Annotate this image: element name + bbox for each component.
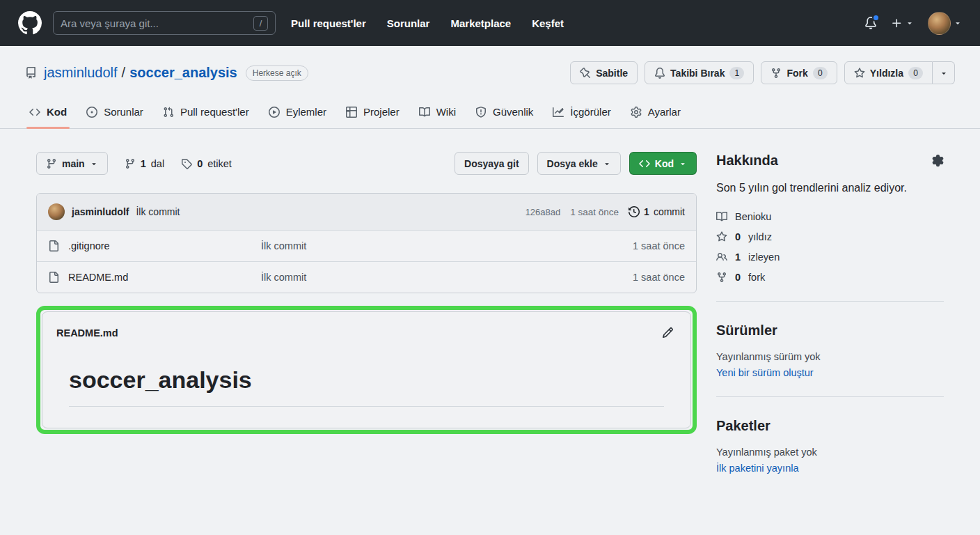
star-dropdown-button[interactable] bbox=[933, 61, 955, 84]
branch-count-label: dal bbox=[151, 158, 164, 169]
visibility-badge: Herkese açık bbox=[246, 65, 308, 81]
unread-notification-dot bbox=[872, 14, 880, 22]
tag-icon bbox=[181, 158, 192, 169]
branch-name: main bbox=[62, 158, 85, 169]
repo-owner-link[interactable]: jasminludolf bbox=[44, 65, 118, 80]
global-search[interactable]: / bbox=[53, 11, 276, 35]
latest-commit-bar: jasminludolf İlk commit 126a8ad 1 saat ö… bbox=[37, 194, 696, 230]
commit-meta: 126a8ad 1 saat önce 1 commit bbox=[525, 206, 685, 217]
publish-package-link[interactable]: İlk paketini yayınla bbox=[716, 463, 944, 474]
user-avatar bbox=[928, 12, 951, 35]
user-menu-button[interactable] bbox=[928, 12, 962, 35]
gear-icon bbox=[631, 107, 642, 118]
code-dropdown-button[interactable]: Kod bbox=[629, 152, 697, 175]
slash-shortcut-key: / bbox=[253, 16, 268, 31]
tags-link[interactable]: 0 etiket bbox=[181, 158, 232, 169]
table-icon bbox=[346, 107, 357, 118]
add-file-label: Dosya ekle bbox=[547, 158, 598, 169]
tab-insights[interactable]: İçgörüler bbox=[543, 95, 620, 128]
commit-sha-link[interactable]: 126a8ad bbox=[525, 207, 561, 217]
readme-link-label: Benioku bbox=[735, 211, 771, 222]
commit-message-link[interactable]: İlk commit bbox=[136, 206, 180, 217]
nav-pull-requests[interactable]: Pull request'ler bbox=[291, 17, 366, 29]
file-icon bbox=[48, 272, 59, 283]
tag-count: 0 bbox=[197, 158, 203, 169]
nav-explore[interactable]: Keşfet bbox=[532, 17, 564, 29]
fork-button-label: Fork bbox=[787, 68, 807, 79]
commit-count-number: 1 bbox=[644, 206, 649, 217]
star-icon bbox=[854, 68, 865, 79]
chevron-down-icon bbox=[603, 160, 611, 168]
top-navigation-bar: / Pull request'ler Sorunlar Marketplace … bbox=[0, 0, 980, 46]
tab-security[interactable]: Güvenlik bbox=[466, 95, 543, 128]
readme-link[interactable]: Benioku bbox=[716, 211, 944, 222]
git-branch-icon bbox=[46, 158, 57, 169]
watch-button[interactable]: Takibi Bırak 1 bbox=[645, 61, 754, 84]
add-file-button[interactable]: Dosya ekle bbox=[537, 152, 621, 175]
readme-filename: README.md bbox=[56, 327, 118, 339]
tab-wiki[interactable]: Wiki bbox=[409, 95, 466, 128]
file-name-link[interactable]: README.md bbox=[68, 272, 128, 283]
git-branch-icon bbox=[125, 158, 136, 169]
tab-pull-requests-label: Pull request'ler bbox=[180, 106, 249, 118]
book-icon bbox=[716, 211, 727, 222]
packages-title: Paketler bbox=[716, 418, 944, 434]
file-name-link[interactable]: .gitignore bbox=[68, 240, 110, 251]
pin-button[interactable]: Sabitle bbox=[570, 61, 638, 84]
star-icon bbox=[716, 231, 727, 242]
github-logo-icon[interactable] bbox=[18, 11, 42, 35]
file-commit-time: 1 saat önce bbox=[633, 240, 685, 251]
go-to-file-button[interactable]: Dosyaya git bbox=[455, 152, 529, 175]
fork-icon bbox=[770, 68, 782, 79]
commit-history-link[interactable]: 1 commit bbox=[629, 206, 685, 217]
fork-button[interactable]: Fork 0 bbox=[761, 61, 837, 84]
nav-issues[interactable]: Sorunlar bbox=[387, 17, 430, 29]
tab-projects[interactable]: Projeler bbox=[336, 95, 409, 128]
tab-actions[interactable]: Eylemler bbox=[259, 95, 336, 128]
watchers-link[interactable]: 1 izleyen bbox=[716, 251, 944, 263]
file-commit-message-link[interactable]: İlk commit bbox=[261, 272, 633, 283]
tab-projects-label: Projeler bbox=[363, 106, 400, 118]
notifications-bell-icon[interactable] bbox=[864, 17, 877, 29]
chevron-down-icon bbox=[90, 160, 98, 168]
readme-content: soccer_analysis bbox=[69, 366, 664, 407]
search-input[interactable] bbox=[61, 17, 248, 29]
forks-link[interactable]: 0 fork bbox=[716, 272, 944, 283]
create-release-link[interactable]: Yeni bir sürüm oluştur bbox=[716, 367, 944, 378]
pencil-icon[interactable] bbox=[662, 327, 677, 339]
repo-action-buttons: Sabitle Takibi Bırak 1 Fork 0 Yıldızla 0 bbox=[570, 61, 955, 84]
star-button-group: Yıldızla 0 bbox=[844, 61, 955, 84]
commit-count-label: commit bbox=[654, 206, 685, 217]
repo-name-link[interactable]: soccer_analysis bbox=[129, 65, 237, 80]
gear-icon[interactable] bbox=[932, 155, 944, 166]
tab-code[interactable]: Kod bbox=[19, 95, 77, 128]
table-row[interactable]: README.md İlk commit 1 saat önce bbox=[37, 261, 696, 293]
stars-link[interactable]: 0 yıldız bbox=[716, 231, 944, 242]
watch-count: 1 bbox=[729, 67, 744, 79]
bell-icon bbox=[654, 68, 665, 79]
table-row[interactable]: .gitignore İlk commit 1 saat önce bbox=[37, 230, 696, 261]
branches-link[interactable]: 1 dal bbox=[125, 158, 164, 169]
tab-issues[interactable]: Sorunlar bbox=[77, 95, 153, 128]
branch-count: 1 bbox=[141, 158, 146, 169]
repo-icon bbox=[25, 67, 37, 79]
tab-settings[interactable]: Ayarlar bbox=[621, 95, 690, 128]
about-title: Hakkında bbox=[716, 153, 778, 169]
repo-description: Son 5 yılın gol trendlerini analiz ediyo… bbox=[716, 180, 944, 197]
tab-insights-label: İçgörüler bbox=[570, 106, 610, 118]
packages-section: Paketler Yayınlanmış paket yok İlk paket… bbox=[716, 418, 944, 474]
file-icon bbox=[48, 240, 59, 251]
forks-count: 0 bbox=[735, 272, 741, 283]
commit-author-avatar[interactable] bbox=[48, 203, 65, 220]
nav-marketplace[interactable]: Marketplace bbox=[450, 17, 511, 29]
commit-author-link[interactable]: jasminludolf bbox=[72, 206, 129, 217]
branch-selector[interactable]: main bbox=[36, 152, 108, 175]
create-new-button[interactable] bbox=[891, 17, 914, 29]
releases-section: Sürümler Yayınlanmış sürüm yok Yeni bir … bbox=[716, 323, 944, 378]
play-icon bbox=[269, 107, 280, 118]
tab-issues-label: Sorunlar bbox=[104, 106, 143, 118]
breadcrumb: jasminludolf/soccer_analysis bbox=[44, 65, 237, 81]
star-button[interactable]: Yıldızla 0 bbox=[844, 61, 933, 84]
tab-pull-requests[interactable]: Pull request'ler bbox=[153, 95, 259, 128]
file-commit-message-link[interactable]: İlk commit bbox=[261, 240, 633, 251]
